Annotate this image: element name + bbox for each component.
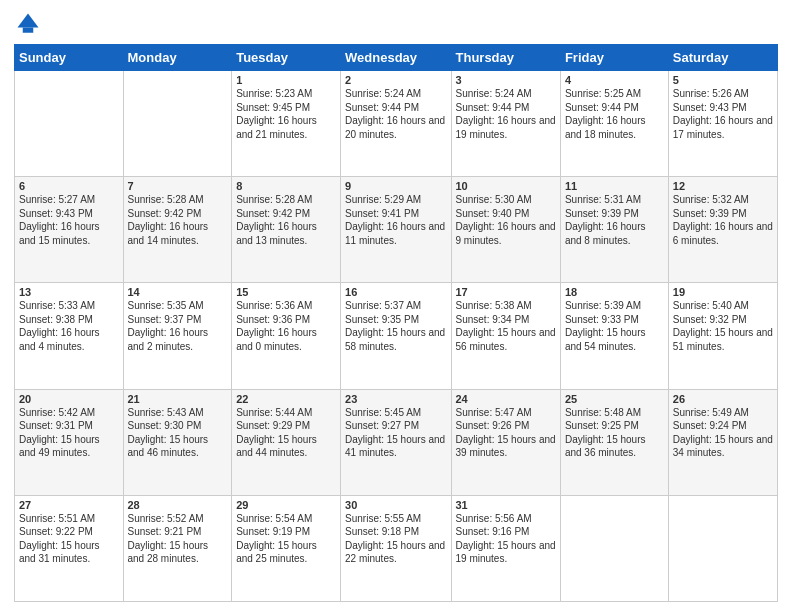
day-number: 23 bbox=[345, 393, 446, 405]
day-info: Sunrise: 5:43 AM Sunset: 9:30 PM Dayligh… bbox=[128, 406, 228, 460]
day-number: 12 bbox=[673, 180, 773, 192]
calendar-cell: 30Sunrise: 5:55 AM Sunset: 9:18 PM Dayli… bbox=[341, 495, 451, 601]
day-info: Sunrise: 5:23 AM Sunset: 9:45 PM Dayligh… bbox=[236, 87, 336, 141]
calendar-cell: 4Sunrise: 5:25 AM Sunset: 9:44 PM Daylig… bbox=[560, 71, 668, 177]
day-number: 20 bbox=[19, 393, 119, 405]
day-number: 9 bbox=[345, 180, 446, 192]
weekday-header-friday: Friday bbox=[560, 45, 668, 71]
weekday-header-monday: Monday bbox=[123, 45, 232, 71]
day-number: 11 bbox=[565, 180, 664, 192]
day-number: 31 bbox=[456, 499, 556, 511]
day-number: 24 bbox=[456, 393, 556, 405]
calendar-cell: 20Sunrise: 5:42 AM Sunset: 9:31 PM Dayli… bbox=[15, 389, 124, 495]
day-number: 22 bbox=[236, 393, 336, 405]
day-info: Sunrise: 5:25 AM Sunset: 9:44 PM Dayligh… bbox=[565, 87, 664, 141]
week-row-5: 27Sunrise: 5:51 AM Sunset: 9:22 PM Dayli… bbox=[15, 495, 778, 601]
page: SundayMondayTuesdayWednesdayThursdayFrid… bbox=[0, 0, 792, 612]
day-info: Sunrise: 5:47 AM Sunset: 9:26 PM Dayligh… bbox=[456, 406, 556, 460]
day-number: 4 bbox=[565, 74, 664, 86]
day-info: Sunrise: 5:24 AM Sunset: 9:44 PM Dayligh… bbox=[345, 87, 446, 141]
header bbox=[14, 10, 778, 38]
weekday-header-saturday: Saturday bbox=[668, 45, 777, 71]
calendar-cell: 27Sunrise: 5:51 AM Sunset: 9:22 PM Dayli… bbox=[15, 495, 124, 601]
day-number: 14 bbox=[128, 286, 228, 298]
calendar-cell: 16Sunrise: 5:37 AM Sunset: 9:35 PM Dayli… bbox=[341, 283, 451, 389]
calendar-cell: 14Sunrise: 5:35 AM Sunset: 9:37 PM Dayli… bbox=[123, 283, 232, 389]
day-number: 6 bbox=[19, 180, 119, 192]
day-info: Sunrise: 5:49 AM Sunset: 9:24 PM Dayligh… bbox=[673, 406, 773, 460]
calendar-cell: 15Sunrise: 5:36 AM Sunset: 9:36 PM Dayli… bbox=[232, 283, 341, 389]
day-info: Sunrise: 5:29 AM Sunset: 9:41 PM Dayligh… bbox=[345, 193, 446, 247]
day-info: Sunrise: 5:51 AM Sunset: 9:22 PM Dayligh… bbox=[19, 512, 119, 566]
calendar-cell: 12Sunrise: 5:32 AM Sunset: 9:39 PM Dayli… bbox=[668, 177, 777, 283]
day-number: 17 bbox=[456, 286, 556, 298]
calendar-cell: 10Sunrise: 5:30 AM Sunset: 9:40 PM Dayli… bbox=[451, 177, 560, 283]
weekday-header-row: SundayMondayTuesdayWednesdayThursdayFrid… bbox=[15, 45, 778, 71]
day-info: Sunrise: 5:28 AM Sunset: 9:42 PM Dayligh… bbox=[128, 193, 228, 247]
day-number: 30 bbox=[345, 499, 446, 511]
week-row-2: 6Sunrise: 5:27 AM Sunset: 9:43 PM Daylig… bbox=[15, 177, 778, 283]
calendar-cell: 24Sunrise: 5:47 AM Sunset: 9:26 PM Dayli… bbox=[451, 389, 560, 495]
day-info: Sunrise: 5:38 AM Sunset: 9:34 PM Dayligh… bbox=[456, 299, 556, 353]
weekday-header-wednesday: Wednesday bbox=[341, 45, 451, 71]
calendar-cell: 11Sunrise: 5:31 AM Sunset: 9:39 PM Dayli… bbox=[560, 177, 668, 283]
calendar-cell: 5Sunrise: 5:26 AM Sunset: 9:43 PM Daylig… bbox=[668, 71, 777, 177]
calendar-cell: 29Sunrise: 5:54 AM Sunset: 9:19 PM Dayli… bbox=[232, 495, 341, 601]
calendar-cell: 1Sunrise: 5:23 AM Sunset: 9:45 PM Daylig… bbox=[232, 71, 341, 177]
day-info: Sunrise: 5:26 AM Sunset: 9:43 PM Dayligh… bbox=[673, 87, 773, 141]
calendar-cell: 25Sunrise: 5:48 AM Sunset: 9:25 PM Dayli… bbox=[560, 389, 668, 495]
calendar-cell: 3Sunrise: 5:24 AM Sunset: 9:44 PM Daylig… bbox=[451, 71, 560, 177]
calendar-cell: 13Sunrise: 5:33 AM Sunset: 9:38 PM Dayli… bbox=[15, 283, 124, 389]
calendar-cell: 19Sunrise: 5:40 AM Sunset: 9:32 PM Dayli… bbox=[668, 283, 777, 389]
week-row-1: 1Sunrise: 5:23 AM Sunset: 9:45 PM Daylig… bbox=[15, 71, 778, 177]
day-info: Sunrise: 5:40 AM Sunset: 9:32 PM Dayligh… bbox=[673, 299, 773, 353]
calendar-table: SundayMondayTuesdayWednesdayThursdayFrid… bbox=[14, 44, 778, 602]
week-row-3: 13Sunrise: 5:33 AM Sunset: 9:38 PM Dayli… bbox=[15, 283, 778, 389]
day-number: 28 bbox=[128, 499, 228, 511]
day-number: 16 bbox=[345, 286, 446, 298]
day-number: 13 bbox=[19, 286, 119, 298]
day-number: 18 bbox=[565, 286, 664, 298]
day-number: 3 bbox=[456, 74, 556, 86]
day-number: 21 bbox=[128, 393, 228, 405]
day-info: Sunrise: 5:45 AM Sunset: 9:27 PM Dayligh… bbox=[345, 406, 446, 460]
calendar-cell bbox=[668, 495, 777, 601]
day-info: Sunrise: 5:37 AM Sunset: 9:35 PM Dayligh… bbox=[345, 299, 446, 353]
week-row-4: 20Sunrise: 5:42 AM Sunset: 9:31 PM Dayli… bbox=[15, 389, 778, 495]
day-number: 5 bbox=[673, 74, 773, 86]
day-number: 19 bbox=[673, 286, 773, 298]
day-info: Sunrise: 5:30 AM Sunset: 9:40 PM Dayligh… bbox=[456, 193, 556, 247]
day-number: 27 bbox=[19, 499, 119, 511]
calendar-cell bbox=[560, 495, 668, 601]
day-number: 29 bbox=[236, 499, 336, 511]
weekday-header-sunday: Sunday bbox=[15, 45, 124, 71]
day-info: Sunrise: 5:32 AM Sunset: 9:39 PM Dayligh… bbox=[673, 193, 773, 247]
calendar-cell: 21Sunrise: 5:43 AM Sunset: 9:30 PM Dayli… bbox=[123, 389, 232, 495]
day-number: 2 bbox=[345, 74, 446, 86]
day-number: 10 bbox=[456, 180, 556, 192]
calendar-cell: 17Sunrise: 5:38 AM Sunset: 9:34 PM Dayli… bbox=[451, 283, 560, 389]
calendar-cell: 7Sunrise: 5:28 AM Sunset: 9:42 PM Daylig… bbox=[123, 177, 232, 283]
day-info: Sunrise: 5:44 AM Sunset: 9:29 PM Dayligh… bbox=[236, 406, 336, 460]
day-info: Sunrise: 5:35 AM Sunset: 9:37 PM Dayligh… bbox=[128, 299, 228, 353]
day-info: Sunrise: 5:36 AM Sunset: 9:36 PM Dayligh… bbox=[236, 299, 336, 353]
calendar-cell: 18Sunrise: 5:39 AM Sunset: 9:33 PM Dayli… bbox=[560, 283, 668, 389]
calendar-cell: 26Sunrise: 5:49 AM Sunset: 9:24 PM Dayli… bbox=[668, 389, 777, 495]
calendar-cell: 6Sunrise: 5:27 AM Sunset: 9:43 PM Daylig… bbox=[15, 177, 124, 283]
day-info: Sunrise: 5:39 AM Sunset: 9:33 PM Dayligh… bbox=[565, 299, 664, 353]
day-number: 26 bbox=[673, 393, 773, 405]
weekday-header-thursday: Thursday bbox=[451, 45, 560, 71]
day-info: Sunrise: 5:24 AM Sunset: 9:44 PM Dayligh… bbox=[456, 87, 556, 141]
logo-icon bbox=[14, 10, 42, 38]
day-info: Sunrise: 5:31 AM Sunset: 9:39 PM Dayligh… bbox=[565, 193, 664, 247]
day-info: Sunrise: 5:52 AM Sunset: 9:21 PM Dayligh… bbox=[128, 512, 228, 566]
weekday-header-tuesday: Tuesday bbox=[232, 45, 341, 71]
day-info: Sunrise: 5:55 AM Sunset: 9:18 PM Dayligh… bbox=[345, 512, 446, 566]
day-number: 25 bbox=[565, 393, 664, 405]
day-info: Sunrise: 5:56 AM Sunset: 9:16 PM Dayligh… bbox=[456, 512, 556, 566]
day-info: Sunrise: 5:54 AM Sunset: 9:19 PM Dayligh… bbox=[236, 512, 336, 566]
calendar-cell bbox=[15, 71, 124, 177]
day-info: Sunrise: 5:48 AM Sunset: 9:25 PM Dayligh… bbox=[565, 406, 664, 460]
calendar-cell: 22Sunrise: 5:44 AM Sunset: 9:29 PM Dayli… bbox=[232, 389, 341, 495]
calendar-cell: 28Sunrise: 5:52 AM Sunset: 9:21 PM Dayli… bbox=[123, 495, 232, 601]
